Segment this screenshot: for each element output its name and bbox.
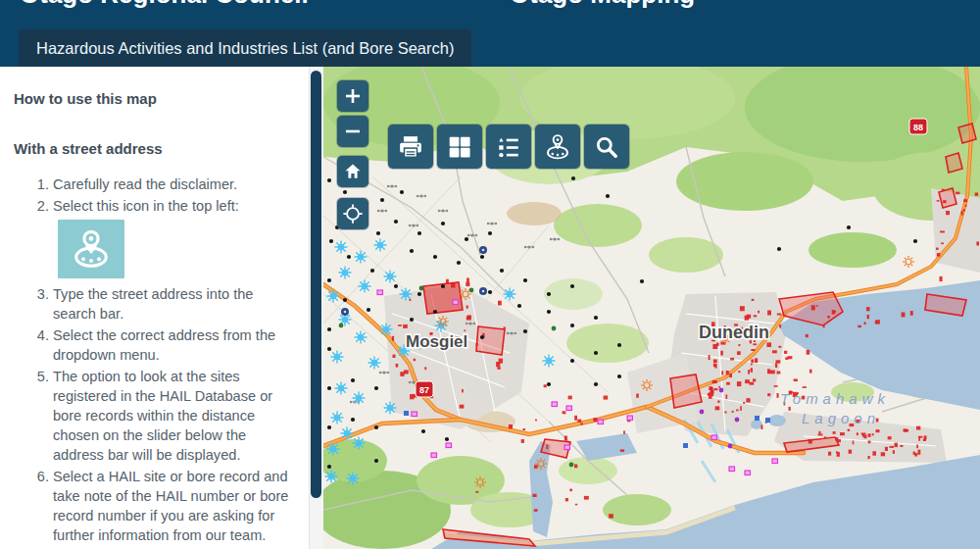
bore-search-pin-icon [58, 220, 124, 278]
app-header: Otago Regional Council Otago Mapping Haz… [0, 0, 980, 67]
bore-search-button[interactable] [535, 125, 580, 169]
step-3: Type the street address into the search … [53, 284, 300, 324]
legend-list-icon [496, 134, 521, 160]
instructions-sidebar: How to use this map With a street addres… [0, 67, 323, 549]
sidebar-scrollbar-thumb[interactable] [311, 71, 321, 498]
bore-search-pin-icon [543, 133, 572, 161]
print-icon [398, 134, 423, 160]
instruction-steps: Carefully read the disclaimer. Select th… [14, 175, 300, 545]
label-tomahawk: Tomahawk [780, 390, 890, 407]
svg-text:88: 88 [913, 123, 923, 132]
locate-button[interactable] [337, 198, 368, 229]
print-button[interactable] [388, 125, 433, 169]
step-1: Carefully read the disclaimer. [53, 175, 300, 194]
sidebar-heading: How to use this map [14, 90, 300, 107]
search-icon [594, 134, 619, 160]
site-brand-title: Otago Regional Council [20, 0, 309, 10]
search-button[interactable] [584, 125, 629, 169]
zoom-in-button[interactable] [337, 80, 368, 112]
step-2: Select this icon in the top left: [53, 196, 300, 278]
basemap-grid-icon [447, 134, 472, 160]
step-4: Select the correct address from the drop… [53, 325, 300, 365]
instructions-content: How to use this map With a street addres… [0, 67, 310, 549]
svg-text:87: 87 [419, 385, 429, 395]
step-6: Select a HAIL site or bore record and ta… [53, 467, 300, 545]
basemap-gallery-button[interactable] [437, 125, 482, 169]
legend-button[interactable] [486, 125, 531, 169]
zoom-out-button[interactable] [337, 116, 368, 147]
home-button[interactable] [337, 156, 368, 187]
sidebar-subheading: With a street address [14, 140, 300, 157]
sidebar-scrollbar[interactable] [309, 67, 323, 549]
active-map-tab[interactable]: Hazardous Activities and Industries List… [19, 29, 471, 67]
label-dunedin: Dunedin [699, 323, 769, 342]
label-lagoon: Lagoon [802, 410, 880, 426]
label-mosgiel: Mosgiel [406, 332, 467, 351]
step-5: The option to look at the sites register… [53, 367, 300, 465]
map-viewport[interactable]: 8788 Mosgiel Dunedin Tomahawk Lagoon [323, 67, 980, 549]
app-title: Otago Mapping [510, 0, 695, 10]
